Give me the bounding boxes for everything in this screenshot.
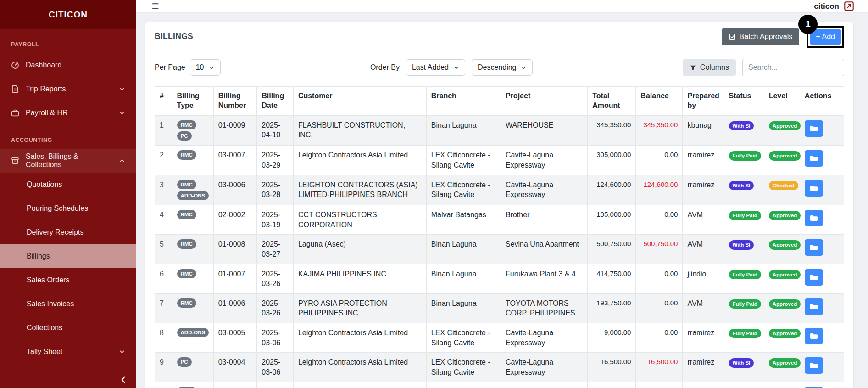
billing-type-cell: RMC [172, 382, 213, 388]
customer-cell: KAJIMA PHILIPPINES INC. [293, 264, 426, 293]
sidebar-item-tally-sheet[interactable]: Tally Sheet [0, 340, 136, 364]
status-cell: Fully Paid [724, 323, 764, 353]
branch-cell: Binan Laguna [426, 115, 501, 146]
billing-date-cell: 2025-03-19 [257, 205, 294, 235]
order-by-group: Order By Last Added Descending [370, 59, 533, 76]
customer-cell: Laguna (Asec) [293, 235, 426, 264]
billing-type-cell: RMC [172, 293, 213, 323]
folder-icon [810, 155, 818, 162]
columns-label: Columns [700, 63, 729, 72]
project-cell: Sevina Una Apartment [501, 235, 587, 264]
project-cell: Cavite-Laguna Expressway [501, 323, 587, 353]
sidebar-collapse-icon[interactable] [119, 375, 128, 384]
batch-approvals-button[interactable]: Batch Approvals [722, 28, 800, 45]
prepared-by-cell: AVM [683, 293, 724, 323]
total-amount-cell: 16,500.00 [588, 353, 636, 382]
sidebar-item-sales-billings-collections[interactable]: Sales, Billings & Collections [0, 149, 136, 173]
search-input[interactable] [742, 59, 844, 76]
folder-icon [810, 125, 818, 132]
column-header: Branch [426, 87, 501, 116]
sidebar-item-sales-invoices[interactable]: Sales Invoices [0, 292, 136, 316]
column-header: Balance [636, 87, 683, 116]
billing-number-cell: 01-0006 [213, 293, 257, 323]
table-row: 8ADD-ONS03-00052025-03-06Leighton Contra… [155, 323, 844, 353]
project-cell: Brother [501, 205, 587, 235]
sidebar-item-label: Billings [27, 252, 50, 260]
level-badge: Approved [769, 211, 801, 220]
view-billing-button[interactable] [805, 239, 823, 256]
sidebar-item-trip-reports[interactable]: Trip Reports [0, 77, 136, 101]
sidebar-item-sales-orders[interactable]: Sales Orders [0, 268, 136, 292]
row-number: 5 [155, 235, 172, 264]
billing-number-cell: 03-0005 [213, 323, 257, 353]
order-by-select[interactable]: Last Added [406, 59, 465, 76]
total-amount-cell: 345,350.00 [588, 115, 636, 146]
customer-cell: Leighton Contractors Asia Limited [293, 323, 426, 353]
sidebar-item-label: Payroll & HR [26, 109, 68, 117]
sidebar-item-pouring-schedules[interactable]: Pouring Schedules [0, 197, 136, 220]
columns-button[interactable]: Columns [683, 59, 736, 76]
sidebar-item-label: Sales Orders [27, 276, 69, 284]
document-icon [11, 85, 19, 93]
balance-cell: 500,750.00 [636, 235, 683, 264]
level-badge: Approved [769, 299, 801, 309]
view-billing-button[interactable] [805, 328, 823, 344]
folder-icon [810, 303, 818, 310]
row-number: 6 [155, 264, 172, 293]
row-number: 3 [155, 175, 172, 205]
view-billing-button[interactable] [805, 298, 823, 315]
logout-icon[interactable] [844, 1, 854, 11]
row-number: 9 [155, 353, 172, 382]
total-amount-cell: 500,750.00 [588, 235, 636, 264]
column-header: Project [501, 87, 587, 116]
view-billing-button[interactable] [805, 180, 823, 197]
per-page-select[interactable]: 10 [190, 59, 221, 76]
sidebar-item-payroll-hr[interactable]: Payroll & HR [0, 101, 136, 125]
sidebar-item-label: Pouring Schedules [27, 204, 88, 213]
status-badge: Fully Paid [729, 329, 761, 338]
billing-date-cell: 2024- [257, 382, 294, 388]
chevron-down-icon [119, 86, 125, 92]
main-area: ≡ citicon BILLINGS Batch A [136, 0, 868, 388]
view-billing-button[interactable] [805, 269, 823, 286]
view-billing-button[interactable] [805, 150, 823, 167]
view-billing-button[interactable] [805, 357, 823, 374]
chevron-down-icon [119, 349, 125, 355]
actions-cell [800, 205, 844, 235]
billing-type-cell: RMC [172, 146, 213, 175]
project-cell: WAREHOUSE [501, 115, 587, 146]
level-cell: Approved [764, 353, 800, 382]
level-cell: Approved [764, 146, 800, 175]
row-number: 2 [155, 146, 172, 175]
view-billing-button[interactable] [805, 120, 823, 137]
sidebar-item-collections[interactable]: Collections [0, 316, 136, 340]
customer-cell: Leighton Contractors Asia Limited [293, 146, 426, 175]
billing-date-cell: 2025-04-10 [257, 115, 294, 146]
order-direction-select[interactable]: Descending [472, 59, 533, 76]
filter-row: Per Page 10 Order By Last Added [145, 51, 853, 84]
menu-toggle-icon[interactable]: ≡ [152, 0, 159, 12]
level-cell: Approved [764, 235, 800, 264]
branch-cell: Binan Laguna [426, 382, 501, 388]
billing-type-cell: RMCPC [172, 115, 213, 146]
view-billing-button[interactable] [805, 210, 823, 226]
sidebar-item-quotations[interactable]: Quotations [0, 173, 136, 197]
sidebar-item-billings[interactable]: Billings [0, 244, 136, 268]
sidebar-item-dashboard[interactable]: Dashboard [0, 53, 136, 77]
column-header: # [155, 87, 172, 116]
actions-cell [800, 235, 844, 264]
status-cell: Fully Paid [724, 293, 764, 323]
balance-cell: 0.00 [636, 293, 683, 323]
row-number: 8 [155, 323, 172, 353]
billing-type-badge: ADD-ONS [177, 191, 209, 200]
topbar-username: citicon [814, 2, 839, 11]
level-cell: Approved [764, 382, 800, 388]
sidebar-item-delivery-receipts[interactable]: Delivery Receipts [0, 220, 136, 244]
actions-cell [800, 115, 844, 146]
prepared-by-cell: rramirez [683, 175, 724, 205]
status-cell: Fully Paid [724, 146, 764, 175]
folder-icon [810, 185, 818, 192]
page-title: BILLINGS [155, 32, 193, 41]
annotation-highlight-box: 1 +Add [807, 26, 844, 48]
status-badge: With SI [729, 358, 754, 367]
